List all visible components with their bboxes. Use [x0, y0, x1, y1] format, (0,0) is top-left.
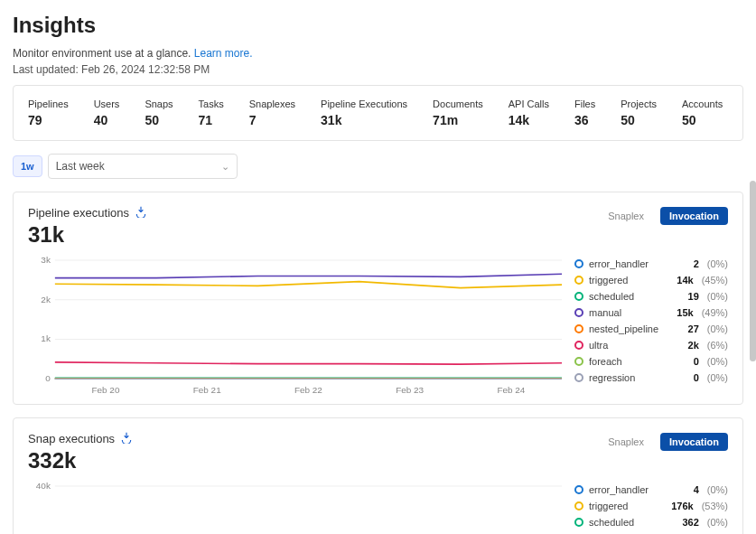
legend-item-ultra[interactable]: ultra2k(6%): [574, 340, 728, 351]
legend-item-nested_pipeline[interactable]: nested_pipeline27(0%): [574, 323, 728, 334]
stat-snaps: Snaps50: [145, 98, 173, 127]
legend-name: error_handler: [589, 484, 667, 495]
stat-label: Documents: [433, 98, 483, 109]
stat-label: Projects: [621, 98, 657, 109]
stat-label: API Calls: [509, 98, 549, 109]
svg-text:1k: 1k: [41, 333, 51, 343]
stat-snaplexes: Snaplexes7: [249, 98, 295, 127]
stat-label: Snaps: [145, 98, 173, 109]
legend-value: 2k: [672, 340, 699, 351]
stats-bar: Pipelines79Users40Snaps50Tasks71Snaplexe…: [13, 85, 743, 141]
legend-swatch-icon: [574, 324, 583, 333]
stat-label: Pipeline Executions: [321, 98, 407, 109]
learn-more-link[interactable]: Learn more.: [194, 47, 253, 60]
chevron-down-icon: ⌄: [221, 161, 229, 173]
legend-pct: (0%): [707, 372, 728, 383]
legend-value: 0: [672, 372, 699, 383]
stat-value: 71m: [433, 113, 483, 127]
tab-invocation[interactable]: Invocation: [660, 207, 728, 225]
legend-name: manual: [589, 307, 661, 318]
stat-value: 50: [145, 113, 173, 127]
stat-label: Files: [574, 98, 595, 109]
last-updated: Last updated: Feb 26, 2024 12:32:58 PM: [13, 63, 743, 76]
range-select[interactable]: Last week ⌄: [48, 154, 238, 179]
stat-value: 50: [682, 113, 723, 127]
stat-value: 36: [574, 113, 595, 127]
stat-value: 7: [249, 113, 295, 127]
legend-value: 4: [672, 484, 699, 495]
legend-pct: (0%): [707, 517, 728, 528]
stat-label: Pipelines: [28, 98, 69, 109]
legend-swatch-icon: [574, 276, 583, 285]
legend-item-triggered[interactable]: triggered14k(45%): [574, 275, 728, 286]
svg-text:Feb 22: Feb 22: [294, 385, 322, 395]
stat-pipeline-executions: Pipeline Executions31k: [321, 98, 407, 127]
legend-item-scheduled[interactable]: scheduled19(0%): [574, 291, 728, 302]
legend-pct: (0%): [707, 356, 728, 367]
svg-text:40k: 40k: [36, 481, 51, 491]
snap-legend: error_handler4(0%)triggered176k(53%)sche…: [574, 484, 728, 534]
svg-text:3k: 3k: [41, 255, 51, 265]
snap-chart: 20k30k40kFeb 20Feb 21Feb 22Feb 23Feb 24: [28, 479, 567, 534]
snap-executions-card: Snap executions 332k Snaplex Invocation …: [13, 417, 743, 534]
stat-files: Files36: [574, 98, 595, 127]
legend-pct: (0%): [707, 484, 728, 495]
svg-text:Feb 24: Feb 24: [497, 385, 525, 395]
legend-item-foreach[interactable]: foreach0(0%): [574, 356, 728, 367]
scrollbar[interactable]: [750, 0, 756, 534]
stat-label: Users: [94, 98, 120, 109]
stat-value: 40: [94, 113, 120, 127]
legend-item-error_handler[interactable]: error_handler4(0%): [574, 484, 728, 495]
legend-item-triggered[interactable]: triggered176k(53%): [574, 501, 728, 511]
legend-item-error_handler[interactable]: error_handler2(0%): [574, 258, 728, 269]
svg-text:Feb 21: Feb 21: [193, 385, 221, 395]
legend-item-manual[interactable]: manual15k(49%): [574, 307, 728, 318]
tab-snaplex[interactable]: Snaplex: [599, 207, 653, 225]
legend-name: regression: [589, 372, 667, 383]
stat-users: Users40: [94, 98, 120, 127]
stat-label: Tasks: [199, 98, 224, 109]
stat-documents: Documents71m: [433, 98, 483, 127]
legend-name: triggered: [589, 501, 661, 511]
pipeline-executions-card: Pipeline executions 31k Snaplex Invocati…: [13, 192, 743, 405]
page-title: Insights: [13, 13, 743, 38]
legend-pct: (6%): [707, 340, 728, 351]
card-title-snap: Snap executions: [28, 432, 115, 445]
tab-snaplex[interactable]: Snaplex: [599, 433, 653, 451]
legend-pct: (45%): [702, 275, 728, 286]
legend-name: ultra: [589, 340, 667, 351]
legend-pct: (0%): [707, 258, 728, 269]
card-big-pipeline: 31k: [28, 222, 147, 248]
legend-swatch-icon: [574, 485, 583, 494]
legend-name: foreach: [589, 356, 667, 367]
stat-label: Accounts: [682, 98, 723, 109]
legend-value: 15k: [667, 307, 694, 318]
legend-value: 176k: [667, 501, 694, 511]
stat-projects: Projects50: [621, 98, 657, 127]
download-icon[interactable]: [120, 431, 133, 446]
legend-name: error_handler: [589, 258, 667, 269]
legend-pct: (53%): [702, 501, 728, 511]
tab-invocation[interactable]: Invocation: [660, 433, 728, 451]
svg-text:2k: 2k: [41, 295, 51, 304]
download-icon[interactable]: [135, 205, 147, 220]
legend-name: scheduled: [589, 291, 667, 302]
stat-api-calls: API Calls14k: [509, 98, 549, 127]
legend-pct: (0%): [707, 291, 728, 302]
legend-value: 27: [672, 323, 699, 334]
range-pill-1w[interactable]: 1w: [13, 155, 42, 177]
scrollbar-thumb[interactable]: [750, 181, 756, 361]
stat-pipelines: Pipelines79: [28, 98, 69, 127]
legend-pct: (0%): [707, 323, 728, 334]
legend-value: 19: [672, 291, 699, 302]
legend-pct: (49%): [702, 307, 728, 318]
card-title-pipeline: Pipeline executions: [28, 206, 129, 220]
legend-name: scheduled: [589, 517, 667, 528]
legend-swatch-icon: [574, 357, 583, 366]
legend-item-regression[interactable]: regression0(0%): [574, 372, 728, 383]
svg-text:Feb 20: Feb 20: [91, 385, 119, 395]
pipeline-chart: 01k2k3kFeb 20Feb 21Feb 22Feb 23Feb 24: [28, 253, 567, 397]
legend-swatch-icon: [574, 518, 583, 527]
stat-tasks: Tasks71: [199, 98, 224, 127]
legend-item-scheduled[interactable]: scheduled362(0%): [574, 517, 728, 528]
